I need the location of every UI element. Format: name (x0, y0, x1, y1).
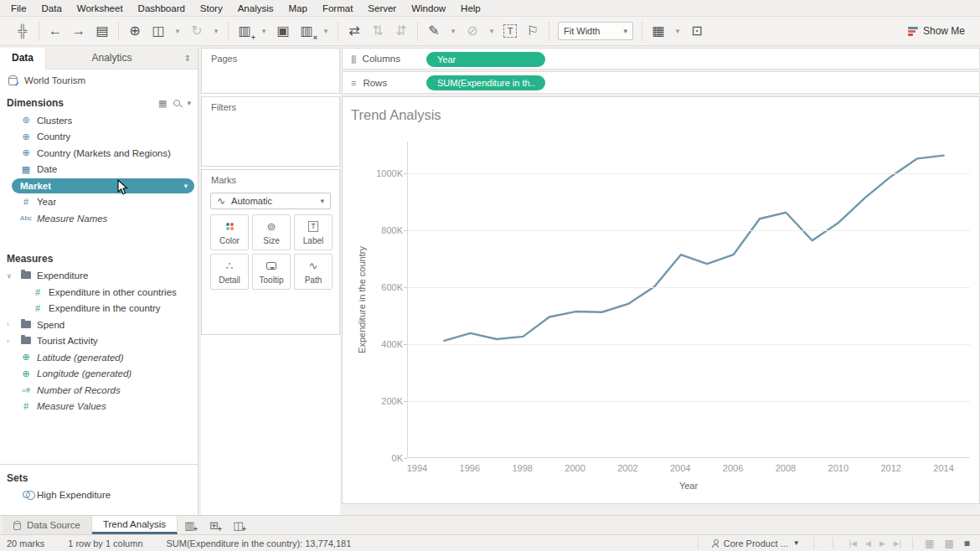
menu-item-window[interactable]: Window (404, 0, 453, 17)
field-measure-values[interactable]: #Measure Values (0, 399, 198, 415)
menu-item-story[interactable]: Story (193, 0, 230, 17)
field-longitude-generated[interactable]: ⊕Longitude (generated) (0, 366, 198, 383)
caret-icon[interactable]: ▾ (450, 22, 456, 40)
menu-item-file[interactable]: File (3, 0, 34, 17)
caret-icon[interactable]: ▾ (322, 22, 329, 40)
field-clusters[interactable]: ⊛Clusters (0, 112, 198, 129)
menu-item-dashboard[interactable]: Dashboard (131, 0, 193, 17)
columns-shelf[interactable]: ||| Columns Year (342, 48, 980, 70)
menu-item-worksheet[interactable]: Worksheet (70, 0, 131, 17)
pane-pin-icon[interactable]: ⇕ (178, 48, 198, 70)
columns-icon: ||| (351, 54, 356, 64)
pause-updates-icon[interactable]: ◫ (151, 22, 166, 40)
group-members-icon[interactable]: ⊘ (465, 22, 480, 40)
marks-button-tooltip[interactable]: Tooltip (252, 254, 291, 290)
menu-item-help[interactable]: Help (453, 0, 488, 17)
swap-axes-icon[interactable]: ⇄ (347, 22, 362, 40)
sort-ascending-icon[interactable]: ⇅ (370, 22, 385, 40)
filters-shelf[interactable]: Filters (201, 96, 340, 167)
menu-item-format[interactable]: Format (315, 0, 360, 17)
chevron-down-icon[interactable]: ▾ (183, 182, 188, 190)
new-story-button[interactable]: ◫+ (226, 516, 250, 534)
field-market[interactable]: AbcMarket▾ (0, 178, 198, 194)
save-icon[interactable]: ▤ (95, 22, 110, 40)
field-country-markets-and-regions[interactable]: ⊕Country (Markets and Regions) (0, 145, 198, 162)
marks-button-path[interactable]: ∿Path (294, 254, 333, 290)
rows-pill-sum-expenditure[interactable]: SUM(Expenditure in th.. (426, 75, 545, 90)
new-worksheet-button[interactable]: ▥+ (178, 516, 202, 534)
dimensions-menu-icon[interactable]: ▾ (187, 99, 191, 107)
sort-descending-icon[interactable]: ⇵ (394, 22, 409, 40)
highlight-icon[interactable]: ✎ (426, 22, 441, 40)
caret-icon[interactable]: ▾ (174, 22, 181, 40)
new-dashboard-button[interactable]: ⊞+ (202, 516, 226, 534)
field-country[interactable]: ⊕Country (0, 129, 198, 146)
field-latitude-generated[interactable]: ⊕Latitude (generated) (0, 349, 198, 366)
add-data-icon[interactable]: ⊕ (127, 22, 142, 40)
user-filter-dropdown[interactable]: Core Product ... ▼ (705, 538, 807, 548)
field-measure-names[interactable]: AbcMeasure Names (0, 210, 198, 227)
show-sheet-sorter-icon[interactable]: ■ (959, 538, 975, 549)
fit-mode-dropdown[interactable]: Fit Width▾ (558, 22, 633, 40)
hash-icon: # (15, 401, 37, 411)
clear-sheet-icon[interactable]: ▥× (299, 22, 314, 40)
tableau-logo-icon[interactable]: ╬ (15, 22, 30, 40)
tab-data[interactable]: Data (0, 48, 46, 70)
field-year[interactable]: #Year (0, 194, 198, 211)
field-number-of-records[interactable]: =#Number of Records (0, 382, 198, 399)
show-me-button[interactable]: Show Me (908, 25, 973, 37)
show-sheets-grid-icon[interactable]: ▦ (920, 538, 939, 549)
field-date[interactable]: ▦Date (0, 162, 198, 178)
mark-type-dropdown[interactable]: ∿ Automatic ▾ (210, 193, 331, 209)
tab-analytics[interactable]: Analytics (46, 48, 178, 70)
field-tourist-activity[interactable]: ›Tourist Activity (0, 333, 198, 350)
duplicate-icon[interactable]: ▣ (276, 22, 291, 40)
caret-icon[interactable]: ▾ (213, 22, 219, 40)
menu-item-map[interactable]: Map (281, 0, 315, 17)
group-by-folder-icon[interactable]: ▦ (158, 98, 167, 109)
collapse-icon[interactable]: ∨ (7, 272, 15, 280)
marks-button-detail[interactable]: ∴Detail (210, 254, 249, 290)
new-worksheet-icon[interactable]: ▥+ (237, 22, 252, 40)
folder-icon (15, 336, 37, 346)
show-mark-labels-icon[interactable]: T (503, 24, 517, 38)
expand-icon[interactable]: › (7, 321, 15, 328)
datasource-item[interactable]: World Tourism (0, 70, 198, 91)
menu-item-server[interactable]: Server (360, 0, 404, 17)
show-cards-icon[interactable]: ▦ (651, 22, 666, 40)
tab-data-source[interactable]: Data Source (3, 516, 92, 534)
marks-button-size[interactable]: ⊚Size (252, 214, 291, 250)
toolbar-group-1: ←→▤ (39, 22, 118, 40)
rows-shelf[interactable]: ≡ Rows SUM(Expenditure in th.. (342, 71, 980, 94)
caret-icon[interactable]: ▾ (260, 22, 267, 40)
first-page-icon[interactable]: |◀ (845, 539, 861, 548)
menu-item-analysis[interactable]: Analysis (230, 0, 281, 17)
globe-icon: ⊕ (15, 352, 37, 363)
find-field-icon[interactable] (173, 100, 180, 106)
refresh-icon[interactable]: ↻ (189, 22, 204, 40)
field-expenditure-in-other-countries[interactable]: #Expenditure in other countries (0, 284, 198, 301)
expand-icon[interactable]: › (7, 337, 15, 345)
redo-icon[interactable]: → (71, 22, 86, 40)
fix-axes-icon[interactable]: ⚐ (525, 22, 540, 40)
undo-icon[interactable]: ← (48, 22, 63, 40)
field-spend[interactable]: ›Spend (0, 317, 198, 333)
data-source-icon (13, 521, 21, 530)
field-expenditure[interactable]: ∨Expenditure (0, 268, 198, 285)
field-high-expenditure[interactable]: High Expenditure (0, 487, 198, 504)
marks-button-color[interactable]: Color (210, 214, 249, 250)
last-page-icon[interactable]: ▶| (890, 539, 905, 548)
marks-button-label[interactable]: TLabel (294, 214, 333, 250)
show-filmstrip-icon[interactable]: ▩ (939, 538, 958, 549)
pages-shelf[interactable]: Pages (201, 48, 340, 94)
columns-pill-year[interactable]: Year (426, 52, 545, 67)
presentation-mode-icon[interactable]: ⊡ (689, 22, 704, 40)
chart-plot-area[interactable] (407, 142, 970, 458)
caret-icon[interactable]: ▾ (674, 22, 681, 40)
next-page-icon[interactable]: ▶ (875, 539, 890, 548)
caret-icon[interactable]: ▾ (488, 22, 495, 40)
previous-page-icon[interactable]: ◀ (861, 539, 875, 548)
menu-item-data[interactable]: Data (34, 0, 70, 17)
tab-trend-analysis[interactable]: Trend Analysis (92, 516, 178, 534)
field-expenditure-in-the-country[interactable]: #Expenditure in the country (0, 301, 198, 317)
